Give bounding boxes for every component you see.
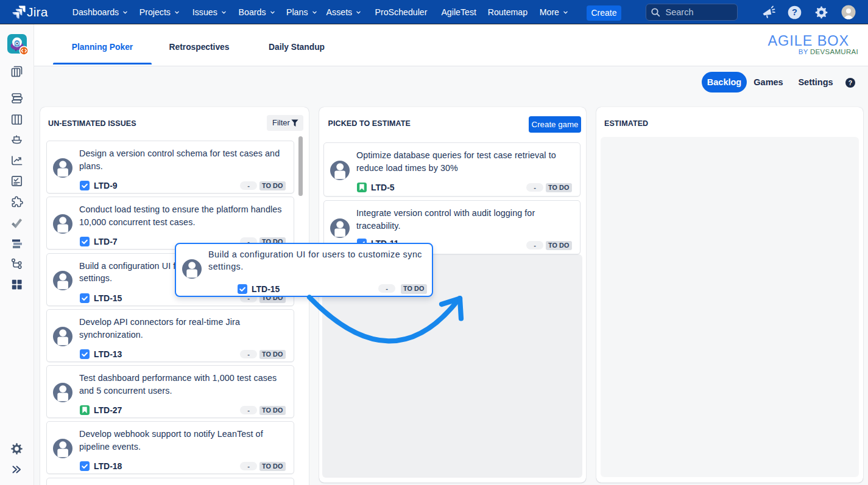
- svg-text:?: ?: [792, 7, 797, 17]
- svg-text:?: ?: [849, 79, 852, 86]
